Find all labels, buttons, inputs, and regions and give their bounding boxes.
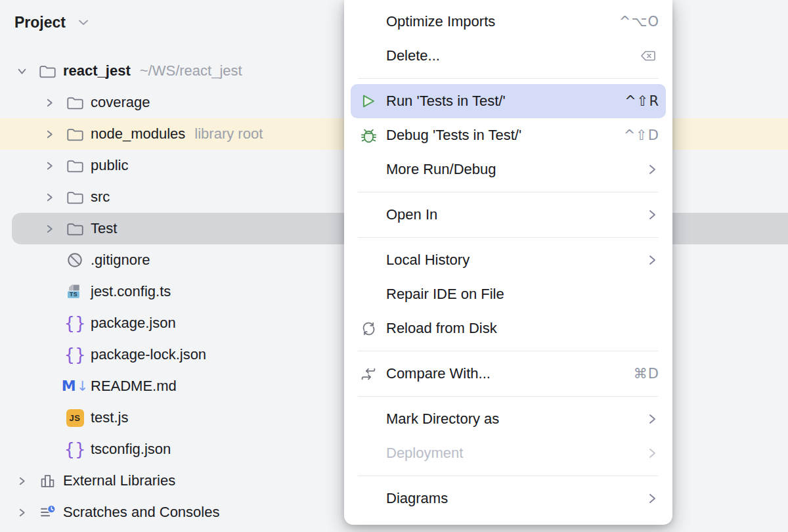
typescript-config-file-icon: TS (64, 281, 85, 302)
icon-spacer (357, 46, 380, 66)
tree-item-label: tsconfig.json (91, 441, 171, 458)
folder-icon (37, 60, 58, 81)
menu-item-repair-ide-on-file[interactable]: Repair IDE on File (344, 277, 672, 311)
menu-item-mark-directory-as[interactable]: Mark Directory as (344, 402, 672, 436)
chevron-collapsed-icon[interactable] (41, 125, 58, 143)
folder-icon (64, 155, 85, 176)
libraries-icon (37, 470, 58, 491)
chevron-spacer (41, 378, 58, 395)
chevron-collapsed-icon[interactable] (13, 472, 30, 489)
folder-icon (64, 218, 85, 239)
submenu-arrow-icon (648, 163, 657, 176)
folder-icon (64, 187, 85, 208)
markdown-file-icon: M↓ (64, 376, 85, 397)
icon-spacer (357, 284, 380, 304)
ignored-file-icon (64, 250, 85, 271)
tree-item-label: node_modules (91, 125, 185, 143)
project-path: ~/WS/react_jest (140, 62, 242, 79)
chevron-collapsed-icon[interactable] (41, 188, 58, 206)
icon-spacer (357, 12, 380, 32)
shortcut-label: ^⌥O (619, 14, 659, 30)
submenu-arrow-icon (648, 447, 657, 460)
shortcut-label: ⌘D (634, 366, 659, 382)
panel-title: Project (14, 14, 66, 32)
folder-icon (64, 92, 85, 113)
chevron-spacer (41, 346, 58, 363)
tree-item-label: public (91, 157, 128, 174)
chevron-collapsed-icon[interactable] (41, 220, 58, 237)
json-file-icon: {} (64, 439, 85, 460)
chevron-down-icon[interactable] (75, 14, 92, 31)
submenu-arrow-icon (648, 208, 657, 221)
icon-spacer (357, 409, 380, 429)
menu-separator (358, 192, 659, 192)
chevron-spacer (41, 252, 58, 269)
menu-separator (358, 78, 659, 79)
menu-item-diagrams[interactable]: Diagrams (344, 481, 672, 516)
menu-item-open-in[interactable]: Open In (344, 198, 672, 232)
shortcut-label: ^⇧D (624, 127, 659, 143)
tree-item-label: .gitignore (91, 252, 150, 269)
tree-item-label: Test (91, 220, 117, 237)
tree-item-label: Scratches and Consoles (63, 504, 219, 521)
menu-item-local-history[interactable]: Local History (344, 243, 672, 277)
tree-item-label: External Libraries (63, 472, 175, 489)
menu-item-compare-with[interactable]: Compare With... ⌘D (344, 357, 672, 391)
json-file-icon: {} (64, 344, 85, 365)
icon-spacer (357, 489, 380, 508)
context-menu: Optimize Imports ^⌥O Delete... Run 'Test… (344, 0, 672, 525)
folder-icon (64, 123, 85, 144)
menu-separator (358, 476, 659, 476)
chevron-collapsed-icon[interactable] (41, 157, 58, 174)
chevron-spacer (41, 283, 58, 300)
menu-item-optimize-imports[interactable]: Optimize Imports ^⌥O (344, 5, 672, 39)
chevron-spacer (41, 315, 58, 332)
icon-spacer (357, 205, 380, 225)
scratches-icon (37, 502, 58, 523)
tree-item-label: react_jest (63, 62, 131, 79)
shortcut-label: ^⇧R (624, 93, 659, 109)
chevron-expanded-icon[interactable] (13, 62, 30, 79)
menu-item-debug-tests-in-test[interactable]: Debug 'Tests in Test/' ^⇧D (344, 118, 672, 152)
menu-separator (358, 237, 659, 238)
menu-item-deployment: Deployment (344, 436, 672, 470)
javascript-file-icon: JS (64, 407, 85, 428)
reload-icon (357, 319, 380, 338)
library-root-badge: library root (194, 125, 263, 143)
submenu-arrow-icon (648, 412, 657, 426)
tree-item-label: test.js (91, 409, 128, 426)
submenu-arrow-icon (648, 492, 657, 505)
tree-item-label: jest.config.ts (91, 283, 171, 300)
menu-separator (358, 351, 659, 351)
svg-text:TS: TS (69, 291, 77, 298)
submenu-arrow-icon (648, 254, 657, 267)
chevron-spacer (41, 409, 58, 426)
tree-item-label: package-lock.json (91, 346, 206, 363)
menu-item-more-run-debug[interactable]: More Run/Debug (344, 152, 672, 187)
menu-item-run-tests-in-test[interactable]: Run 'Tests in Test/' ^⇧R (351, 84, 666, 118)
debug-icon (357, 125, 380, 145)
menu-separator (358, 396, 659, 397)
tree-item-label: coverage (91, 94, 150, 111)
json-file-icon: {} (64, 313, 85, 334)
tree-item-label: package.json (91, 315, 176, 332)
menu-item-reload-from-disk[interactable]: Reload from Disk (344, 311, 672, 345)
chevron-collapsed-icon[interactable] (13, 504, 30, 521)
chevron-spacer (41, 441, 58, 458)
menu-item-delete[interactable]: Delete... (344, 39, 672, 73)
icon-spacer (357, 160, 380, 179)
icon-spacer (357, 250, 380, 270)
icon-spacer (357, 443, 380, 463)
tree-item-label: README.md (91, 378, 177, 395)
delete-key-icon (640, 49, 657, 63)
tree-item-label: src (91, 188, 110, 206)
compare-icon (357, 364, 380, 384)
chevron-collapsed-icon[interactable] (41, 94, 58, 111)
run-icon (357, 91, 380, 111)
